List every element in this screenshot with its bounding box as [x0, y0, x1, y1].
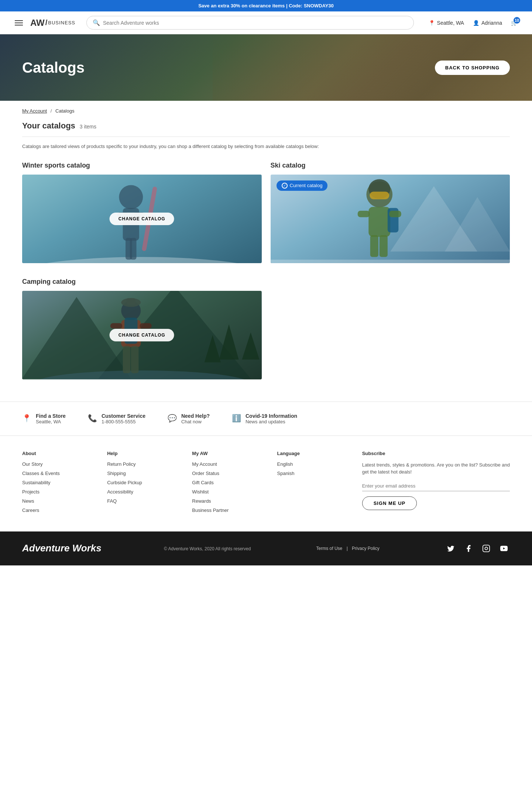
need-help-item[interactable]: 💬 Need Help? Chat now: [168, 413, 210, 424]
footer-about-news[interactable]: News: [22, 498, 96, 504]
svg-rect-18: [357, 211, 369, 217]
hamburger-menu[interactable]: [15, 20, 23, 25]
camping-catalog-card[interactable]: CHANGE CATALOG: [22, 291, 262, 379]
svg-rect-16: [368, 207, 390, 237]
twitter-icon[interactable]: [445, 543, 457, 554]
footer-about-careers[interactable]: Careers: [22, 507, 96, 513]
footer-subscribe-title: Subscribe: [362, 451, 510, 456]
covid-item[interactable]: ℹ️ Covid-19 Information News and updates: [232, 413, 297, 424]
hero-section: Catalogs BACK TO SHOPPING: [0, 34, 532, 101]
youtube-icon[interactable]: [498, 543, 510, 554]
footer-language-spanish[interactable]: Spanish: [277, 471, 351, 476]
current-catalog-badge: ✓ Current catalog: [277, 180, 328, 191]
footer-my-aw-gift-cards[interactable]: Gift Cards: [192, 480, 266, 485]
footer-about-projects[interactable]: Projects: [22, 489, 96, 495]
footer-help-return-policy[interactable]: Return Policy: [107, 461, 181, 467]
winter-catalog-card[interactable]: CHANGE CATALOG: [22, 175, 262, 263]
footer-my-aw-account[interactable]: My Account: [192, 461, 266, 467]
footer-my-aw-rewards[interactable]: Rewards: [192, 498, 266, 504]
covid-subtitle: News and updates: [246, 419, 297, 424]
footer-info-bar: 📍 Find a Store Seattle, WA 📞 Customer Se…: [0, 402, 532, 436]
find-store-title: Find a Store: [36, 413, 66, 419]
search-input[interactable]: [103, 20, 408, 26]
camping-catalog-section: Camping catalog: [22, 278, 510, 379]
breadcrumb-separator: /: [51, 108, 52, 114]
footer-my-aw-wishlist[interactable]: Wishlist: [192, 489, 266, 495]
subscribe-email-input[interactable]: [362, 481, 510, 491]
sign-me-up-button[interactable]: SIGN ME UP: [362, 496, 417, 510]
instagram-icon[interactable]: [480, 543, 492, 554]
ski-catalog-section: Ski catalog: [271, 162, 510, 263]
breadcrumb-my-account[interactable]: My Account: [22, 108, 47, 114]
catalogs-row-1: Winter sports catalog: [22, 162, 510, 263]
location-icon: 📍: [22, 414, 31, 423]
divider: [22, 137, 510, 137]
user-name: Adrianna: [481, 20, 502, 26]
footer-language-english[interactable]: English: [277, 461, 351, 467]
footer-legal-separator: |: [347, 546, 349, 551]
svg-rect-12: [271, 259, 510, 263]
svg-rect-37: [131, 346, 139, 373]
promo-banner: Save an extra 30% on clearance items | C…: [0, 0, 532, 11]
footer-bottom: Adventure Works © Adventure Works, 2020 …: [0, 531, 532, 565]
footer-about-classes[interactable]: Classes & Events: [22, 471, 96, 476]
need-help-subtitle: Chat now: [181, 419, 210, 424]
footer-my-aw-order-status[interactable]: Order Status: [192, 471, 266, 476]
footer-about-title: About: [22, 451, 96, 456]
header: AW/BUSINESS 🔍 📍 Seattle, WA 👤 Adrianna 🛒…: [0, 11, 532, 34]
find-store-subtitle: Seattle, WA: [36, 419, 66, 424]
logo-slash: /: [45, 18, 48, 27]
svg-rect-20: [370, 235, 378, 257]
catalogs-title: Your catalogs: [22, 121, 75, 131]
covid-title: Covid-19 Information: [246, 413, 297, 419]
footer-about-sustainability[interactable]: Sustainability: [22, 480, 96, 485]
footer-help-curbside[interactable]: Curbside Pickup: [107, 480, 181, 485]
customer-service-title: Customer Service: [102, 413, 145, 419]
current-catalog-label: Current catalog: [290, 183, 323, 188]
user-item[interactable]: 👤 Adrianna: [473, 20, 502, 26]
winter-change-catalog-button[interactable]: CHANGE CATALOG: [110, 213, 174, 225]
footer-legal-links: Terms of Use | Privacy Policy: [313, 546, 382, 551]
search-bar[interactable]: 🔍: [86, 16, 414, 30]
svg-rect-34: [110, 323, 122, 328]
cart-item[interactable]: 🛒 10: [511, 20, 517, 26]
svg-rect-7: [130, 238, 137, 259]
footer-logo: Adventure Works: [22, 543, 102, 554]
facebook-icon[interactable]: [463, 543, 474, 554]
location-label: Seattle, WA: [437, 20, 464, 26]
footer-help-faq[interactable]: FAQ: [107, 498, 181, 504]
camping-catalog-title: Camping catalog: [22, 278, 510, 286]
footer-language-title: Language: [277, 451, 351, 456]
footer-terms-link[interactable]: Terms of Use: [316, 546, 343, 551]
winter-catalog-title: Winter sports catalog: [22, 162, 262, 169]
check-circle-icon: ✓: [282, 183, 288, 189]
location-icon: 📍: [429, 20, 435, 26]
svg-rect-19: [389, 211, 401, 217]
logo[interactable]: AW/BUSINESS: [30, 18, 75, 28]
footer-links: About Our Story Classes & Events Sustain…: [0, 436, 532, 531]
back-to-shopping-button[interactable]: BACK TO SHOPPING: [435, 61, 510, 75]
chat-icon: 💬: [168, 414, 177, 423]
footer-about-our-story[interactable]: Our Story: [22, 461, 96, 467]
info-icon: ℹ️: [232, 414, 241, 423]
winter-catalog-section: Winter sports catalog: [22, 162, 262, 263]
user-icon: 👤: [473, 20, 479, 26]
location-item[interactable]: 📍 Seattle, WA: [429, 20, 464, 26]
breadcrumb-current: Catalogs: [55, 108, 74, 114]
footer-my-aw-title: My AW: [192, 451, 266, 456]
main-content: Your catalogs 3 items Catalogs are tailo…: [0, 117, 532, 402]
ski-catalog-card[interactable]: ✓ Current catalog: [271, 175, 510, 263]
svg-rect-38: [483, 545, 490, 552]
footer-help-shipping[interactable]: Shipping: [107, 471, 181, 476]
footer-privacy-link[interactable]: Privacy Policy: [352, 546, 380, 551]
phone-icon: 📞: [88, 414, 97, 423]
find-store-item[interactable]: 📍 Find a Store Seattle, WA: [22, 413, 66, 424]
customer-service-item[interactable]: 📞 Customer Service 1-800-555-5555: [88, 413, 145, 424]
svg-rect-15: [370, 192, 389, 199]
customer-service-phone: 1-800-555-5555: [102, 419, 145, 424]
footer-col-my-aw: My AW My Account Order Status Gift Cards…: [192, 451, 266, 517]
camping-change-catalog-button[interactable]: CHANGE CATALOG: [110, 329, 174, 341]
footer-help-accessibility[interactable]: Accessibility: [107, 489, 181, 495]
footer-subscribe-text: Latest trends, styles & promotions. Are …: [362, 461, 510, 476]
footer-my-aw-business-partner[interactable]: Business Partner: [192, 507, 266, 513]
